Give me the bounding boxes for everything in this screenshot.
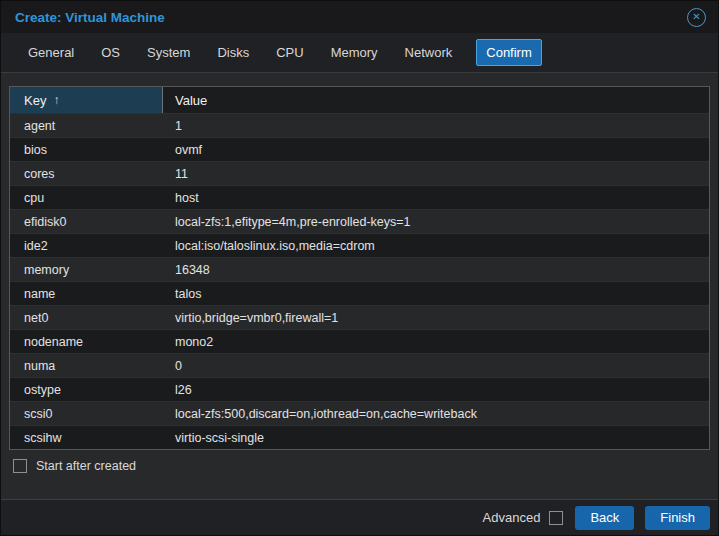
row-value: virtio,bridge=vmbr0,firewall=1 — [163, 306, 709, 329]
table-row[interactable]: ide2 local:iso/taloslinux.iso,media=cdro… — [10, 233, 709, 257]
row-value: local:iso/taloslinux.iso,media=cdrom — [163, 234, 709, 257]
dialog-footer: Advanced Back Finish — [1, 499, 718, 535]
tab-network[interactable]: Network — [402, 39, 456, 66]
table-row[interactable]: nodename mono2 — [10, 329, 709, 353]
row-key: cores — [10, 162, 163, 185]
row-value: local-zfs:1,efitype=4m,pre-enrolled-keys… — [163, 210, 709, 233]
row-value: 11 — [163, 162, 709, 185]
tab-memory[interactable]: Memory — [328, 39, 381, 66]
row-key: net0 — [10, 306, 163, 329]
close-icon[interactable]: ✕ — [687, 8, 706, 27]
tab-cpu[interactable]: CPU — [273, 39, 306, 66]
row-value: 1 — [163, 114, 709, 137]
table-row[interactable]: numa 0 — [10, 353, 709, 377]
table-header-row: Key ↑ Value — [10, 87, 709, 113]
row-value: host — [163, 186, 709, 209]
tab-os[interactable]: OS — [98, 39, 123, 66]
confirm-panel: Key ↑ Value agent 1 bios ovmf cores 11 — [1, 73, 718, 499]
dialog-titlebar: Create: Virtual Machine ✕ — [1, 1, 718, 33]
column-header-value-label: Value — [175, 93, 207, 108]
column-header-value[interactable]: Value — [163, 87, 709, 113]
start-after-created-label: Start after created — [36, 459, 136, 473]
back-button[interactable]: Back — [575, 506, 634, 530]
table-row[interactable]: scsihw virtio-scsi-single — [10, 425, 709, 449]
table-row[interactable]: cpu host — [10, 185, 709, 209]
table-row[interactable]: memory 16348 — [10, 257, 709, 281]
start-after-created-option[interactable]: Start after created — [13, 459, 710, 473]
tab-general[interactable]: General — [25, 39, 77, 66]
row-key: name — [10, 282, 163, 305]
row-value: mono2 — [163, 330, 709, 353]
row-key: memory — [10, 258, 163, 281]
create-vm-dialog: Create: Virtual Machine ✕ GeneralOSSyste… — [0, 0, 719, 536]
row-key: scsi0 — [10, 402, 163, 425]
row-key: numa — [10, 354, 163, 377]
sort-asc-icon: ↑ — [53, 93, 59, 107]
table-row[interactable]: net0 virtio,bridge=vmbr0,firewall=1 — [10, 305, 709, 329]
row-value: l26 — [163, 378, 709, 401]
tab-confirm[interactable]: Confirm — [476, 39, 542, 66]
row-value: ovmf — [163, 138, 709, 161]
row-value: 0 — [163, 354, 709, 377]
row-value: virtio-scsi-single — [163, 426, 709, 449]
row-value: talos — [163, 282, 709, 305]
table-row[interactable]: ostype l26 — [10, 377, 709, 401]
row-key: ostype — [10, 378, 163, 401]
row-key: nodename — [10, 330, 163, 353]
dialog-title: Create: Virtual Machine — [15, 10, 165, 25]
column-header-key[interactable]: Key ↑ — [10, 87, 163, 113]
summary-table: Key ↑ Value agent 1 bios ovmf cores 11 — [9, 86, 710, 450]
table-row[interactable]: scsi0 local-zfs:500,discard=on,iothread=… — [10, 401, 709, 425]
column-header-key-label: Key — [24, 93, 46, 108]
row-key: ide2 — [10, 234, 163, 257]
tab-disks[interactable]: Disks — [214, 39, 252, 66]
advanced-label: Advanced — [483, 510, 541, 525]
row-key: efidisk0 — [10, 210, 163, 233]
tab-system[interactable]: System — [144, 39, 193, 66]
table-row[interactable]: efidisk0 local-zfs:1,efitype=4m,pre-enro… — [10, 209, 709, 233]
row-value: local-zfs:500,discard=on,iothread=on,cac… — [163, 402, 709, 425]
row-key: agent — [10, 114, 163, 137]
close-glyph: ✕ — [692, 12, 700, 22]
table-row[interactable]: bios ovmf — [10, 137, 709, 161]
finish-button[interactable]: Finish — [645, 506, 710, 530]
row-key: cpu — [10, 186, 163, 209]
tab-bar: GeneralOSSystemDisksCPUMemoryNetworkConf… — [1, 33, 718, 73]
table-row[interactable]: agent 1 — [10, 113, 709, 137]
start-after-created-checkbox[interactable] — [13, 459, 27, 473]
table-body: agent 1 bios ovmf cores 11 cpu host efid… — [10, 113, 709, 449]
row-key: bios — [10, 138, 163, 161]
row-value: 16348 — [163, 258, 709, 281]
advanced-checkbox[interactable] — [549, 511, 563, 525]
row-key: scsihw — [10, 426, 163, 449]
table-row[interactable]: name talos — [10, 281, 709, 305]
table-row[interactable]: cores 11 — [10, 161, 709, 185]
